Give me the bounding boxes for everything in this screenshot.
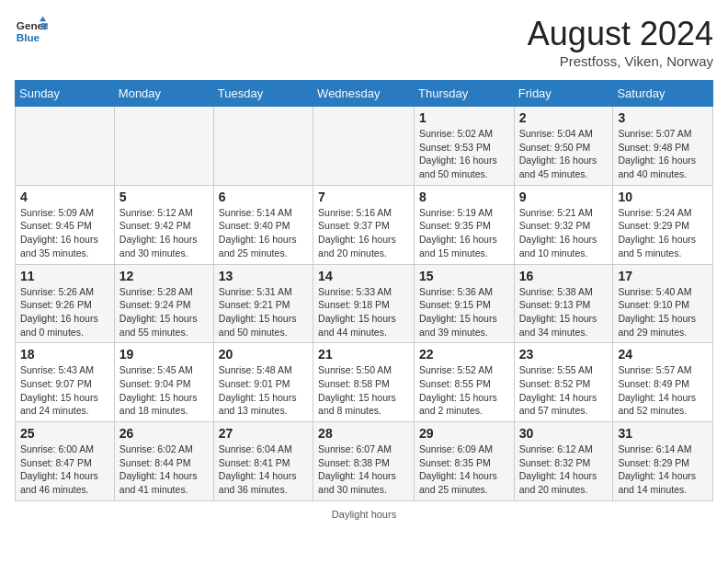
calendar-cell: 15Sunrise: 5:36 AM Sunset: 9:15 PM Dayli… bbox=[415, 264, 515, 343]
day-number: 30 bbox=[519, 426, 609, 441]
weekday-header: Monday bbox=[114, 81, 213, 107]
calendar-cell: 17Sunrise: 5:40 AM Sunset: 9:10 PM Dayli… bbox=[613, 264, 713, 343]
day-number: 14 bbox=[318, 269, 409, 283]
calendar-cell: 3Sunrise: 5:07 AM Sunset: 9:48 PM Daylig… bbox=[613, 107, 713, 186]
day-number: 20 bbox=[219, 347, 308, 362]
day-info: Sunrise: 5:38 AM Sunset: 9:13 PM Dayligh… bbox=[519, 285, 609, 339]
calendar-cell bbox=[213, 107, 313, 186]
day-info: Sunrise: 5:09 AM Sunset: 9:45 PM Dayligh… bbox=[20, 206, 109, 260]
day-number: 7 bbox=[318, 190, 409, 204]
day-number: 22 bbox=[419, 347, 509, 362]
day-info: Sunrise: 5:45 AM Sunset: 9:04 PM Dayligh… bbox=[119, 363, 209, 418]
calendar-cell: 6Sunrise: 5:14 AM Sunset: 9:40 PM Daylig… bbox=[213, 185, 313, 264]
day-info: Sunrise: 5:50 AM Sunset: 8:58 PM Dayligh… bbox=[318, 363, 409, 418]
day-number: 27 bbox=[219, 426, 308, 441]
calendar-cell: 1Sunrise: 5:02 AM Sunset: 9:53 PM Daylig… bbox=[415, 107, 515, 186]
day-number: 21 bbox=[318, 347, 409, 362]
weekday-header: Friday bbox=[514, 81, 613, 107]
calendar-cell: 13Sunrise: 5:31 AM Sunset: 9:21 PM Dayli… bbox=[213, 264, 313, 343]
weekday-header: Saturday bbox=[613, 81, 713, 107]
calendar-cell: 8Sunrise: 5:19 AM Sunset: 9:35 PM Daylig… bbox=[415, 185, 515, 264]
day-info: Sunrise: 5:55 AM Sunset: 8:52 PM Dayligh… bbox=[519, 363, 609, 418]
calendar-cell: 10Sunrise: 5:24 AM Sunset: 9:29 PM Dayli… bbox=[613, 185, 713, 264]
calendar-week-row: 1Sunrise: 5:02 AM Sunset: 9:53 PM Daylig… bbox=[16, 107, 713, 186]
day-number: 17 bbox=[618, 269, 708, 283]
day-number: 28 bbox=[318, 426, 409, 441]
calendar-cell: 26Sunrise: 6:02 AM Sunset: 8:44 PM Dayli… bbox=[114, 422, 213, 501]
calendar-week-row: 18Sunrise: 5:43 AM Sunset: 9:07 PM Dayli… bbox=[16, 343, 713, 422]
day-info: Sunrise: 5:04 AM Sunset: 9:50 PM Dayligh… bbox=[519, 127, 609, 181]
day-info: Sunrise: 5:24 AM Sunset: 9:29 PM Dayligh… bbox=[618, 206, 708, 260]
calendar-week-row: 25Sunrise: 6:00 AM Sunset: 8:47 PM Dayli… bbox=[16, 422, 713, 501]
footer-label: Daylight hours bbox=[332, 509, 396, 520]
day-info: Sunrise: 6:12 AM Sunset: 8:32 PM Dayligh… bbox=[519, 442, 609, 497]
day-number: 24 bbox=[618, 347, 708, 362]
calendar-cell: 30Sunrise: 6:12 AM Sunset: 8:32 PM Dayli… bbox=[514, 422, 613, 501]
calendar-cell bbox=[16, 107, 115, 186]
day-number: 8 bbox=[419, 190, 509, 204]
day-number: 5 bbox=[119, 190, 209, 204]
day-number: 25 bbox=[20, 426, 109, 441]
day-info: Sunrise: 5:02 AM Sunset: 9:53 PM Dayligh… bbox=[419, 127, 509, 181]
calendar-cell: 7Sunrise: 5:16 AM Sunset: 9:37 PM Daylig… bbox=[313, 185, 415, 264]
calendar-cell: 2Sunrise: 5:04 AM Sunset: 9:50 PM Daylig… bbox=[514, 107, 613, 186]
weekday-header-row: SundayMondayTuesdayWednesdayThursdayFrid… bbox=[16, 81, 713, 107]
day-number: 15 bbox=[419, 269, 509, 283]
calendar-cell: 29Sunrise: 6:09 AM Sunset: 8:35 PM Dayli… bbox=[415, 422, 515, 501]
day-number: 23 bbox=[519, 347, 609, 362]
calendar-cell: 9Sunrise: 5:21 AM Sunset: 9:32 PM Daylig… bbox=[514, 185, 613, 264]
day-info: Sunrise: 5:52 AM Sunset: 8:55 PM Dayligh… bbox=[419, 363, 509, 418]
calendar-cell: 21Sunrise: 5:50 AM Sunset: 8:58 PM Dayli… bbox=[313, 343, 415, 422]
day-info: Sunrise: 6:07 AM Sunset: 8:38 PM Dayligh… bbox=[318, 442, 409, 497]
day-info: Sunrise: 6:04 AM Sunset: 8:41 PM Dayligh… bbox=[219, 442, 308, 497]
day-info: Sunrise: 5:16 AM Sunset: 9:37 PM Dayligh… bbox=[318, 206, 409, 260]
weekday-header: Thursday bbox=[415, 81, 515, 107]
calendar-cell: 11Sunrise: 5:26 AM Sunset: 9:26 PM Dayli… bbox=[16, 264, 115, 343]
calendar-cell: 4Sunrise: 5:09 AM Sunset: 9:45 PM Daylig… bbox=[16, 185, 115, 264]
calendar-cell: 27Sunrise: 6:04 AM Sunset: 8:41 PM Dayli… bbox=[213, 422, 313, 501]
day-number: 29 bbox=[419, 426, 509, 441]
svg-marker-3 bbox=[41, 23, 48, 29]
day-info: Sunrise: 5:14 AM Sunset: 9:40 PM Dayligh… bbox=[219, 206, 308, 260]
day-number: 11 bbox=[20, 269, 109, 283]
calendar-cell: 12Sunrise: 5:28 AM Sunset: 9:24 PM Dayli… bbox=[114, 264, 213, 343]
day-info: Sunrise: 5:31 AM Sunset: 9:21 PM Dayligh… bbox=[219, 285, 308, 339]
location: Prestfoss, Viken, Norway bbox=[528, 53, 713, 69]
calendar-cell bbox=[114, 107, 213, 186]
day-number: 26 bbox=[119, 426, 209, 441]
calendar-week-row: 11Sunrise: 5:26 AM Sunset: 9:26 PM Dayli… bbox=[16, 264, 713, 343]
day-number: 4 bbox=[20, 190, 109, 204]
calendar-cell: 31Sunrise: 6:14 AM Sunset: 8:29 PM Dayli… bbox=[613, 422, 713, 501]
calendar-cell: 22Sunrise: 5:52 AM Sunset: 8:55 PM Dayli… bbox=[415, 343, 515, 422]
day-number: 19 bbox=[119, 347, 209, 362]
day-number: 10 bbox=[618, 190, 708, 204]
calendar-cell: 23Sunrise: 5:55 AM Sunset: 8:52 PM Dayli… bbox=[514, 343, 613, 422]
day-number: 31 bbox=[618, 426, 708, 441]
weekday-header: Tuesday bbox=[213, 81, 313, 107]
logo: General Blue bbox=[15, 15, 48, 48]
logo-icon: General Blue bbox=[15, 15, 48, 48]
calendar-table: SundayMondayTuesdayWednesdayThursdayFrid… bbox=[15, 80, 713, 501]
calendar-cell: 20Sunrise: 5:48 AM Sunset: 9:01 PM Dayli… bbox=[213, 343, 313, 422]
calendar-cell: 18Sunrise: 5:43 AM Sunset: 9:07 PM Dayli… bbox=[16, 343, 115, 422]
day-info: Sunrise: 6:02 AM Sunset: 8:44 PM Dayligh… bbox=[119, 442, 209, 497]
calendar-cell: 5Sunrise: 5:12 AM Sunset: 9:42 PM Daylig… bbox=[114, 185, 213, 264]
day-info: Sunrise: 5:40 AM Sunset: 9:10 PM Dayligh… bbox=[618, 285, 708, 339]
calendar-cell: 14Sunrise: 5:33 AM Sunset: 9:18 PM Dayli… bbox=[313, 264, 415, 343]
weekday-header: Wednesday bbox=[313, 81, 415, 107]
svg-text:Blue: Blue bbox=[17, 31, 40, 43]
day-info: Sunrise: 5:07 AM Sunset: 9:48 PM Dayligh… bbox=[618, 127, 708, 181]
day-number: 18 bbox=[20, 347, 109, 362]
calendar-cell: 24Sunrise: 5:57 AM Sunset: 8:49 PM Dayli… bbox=[613, 343, 713, 422]
day-number: 16 bbox=[519, 269, 609, 283]
day-number: 12 bbox=[119, 269, 209, 283]
day-info: Sunrise: 5:33 AM Sunset: 9:18 PM Dayligh… bbox=[318, 285, 409, 339]
day-number: 6 bbox=[219, 190, 308, 204]
day-info: Sunrise: 5:43 AM Sunset: 9:07 PM Dayligh… bbox=[20, 363, 109, 418]
day-info: Sunrise: 5:26 AM Sunset: 9:26 PM Dayligh… bbox=[20, 285, 109, 339]
day-number: 13 bbox=[219, 269, 308, 283]
day-info: Sunrise: 5:19 AM Sunset: 9:35 PM Dayligh… bbox=[419, 206, 509, 260]
title-area: August 2024 Prestfoss, Viken, Norway bbox=[528, 15, 713, 69]
day-info: Sunrise: 5:28 AM Sunset: 9:24 PM Dayligh… bbox=[119, 285, 209, 339]
calendar-cell: 19Sunrise: 5:45 AM Sunset: 9:04 PM Dayli… bbox=[114, 343, 213, 422]
